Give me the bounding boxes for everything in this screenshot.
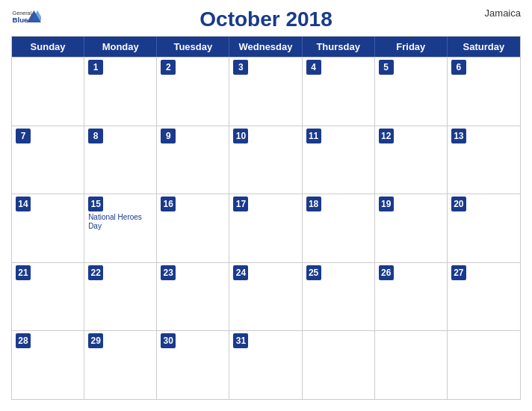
day-cell[interactable]: [448, 331, 520, 399]
week-row-4: 21222324252627: [12, 262, 520, 331]
header-tuesday: Tuesday: [157, 37, 229, 57]
calendar-body: 123456789101112131415National Heroes Day…: [12, 57, 520, 399]
day-cell[interactable]: 10: [229, 126, 302, 194]
day-cell[interactable]: [375, 331, 448, 399]
day-number: 23: [161, 265, 176, 280]
day-cell[interactable]: 9: [157, 126, 229, 194]
day-number: 12: [379, 129, 394, 143]
day-cell[interactable]: 15National Heroes Day: [84, 194, 157, 262]
day-number-empty: [379, 333, 394, 348]
day-cell[interactable]: 22: [84, 263, 157, 331]
day-number: 6: [451, 60, 466, 75]
day-number: 1: [88, 60, 103, 75]
day-cell[interactable]: 26: [375, 263, 448, 331]
day-cell[interactable]: 16: [157, 194, 229, 262]
day-cell[interactable]: 12: [375, 126, 448, 194]
calendar: Sunday Monday Tuesday Wednesday Thursday…: [11, 36, 521, 400]
day-cell[interactable]: 5: [375, 58, 448, 126]
day-number: 17: [233, 197, 248, 211]
day-cell[interactable]: 2: [157, 58, 229, 126]
day-cell[interactable]: 4: [303, 58, 375, 126]
day-number: 26: [379, 265, 394, 280]
day-number: 4: [306, 60, 321, 75]
day-cell[interactable]: 27: [448, 263, 520, 331]
day-number: 19: [379, 197, 394, 211]
week-row-3: 1415National Heroes Day1617181920: [12, 194, 520, 262]
day-number-empty: [306, 333, 321, 348]
day-number: 18: [306, 197, 321, 211]
day-cell[interactable]: 19: [375, 194, 448, 262]
day-cell[interactable]: 25: [303, 263, 375, 331]
day-cell[interactable]: 29: [84, 331, 157, 399]
day-number: 13: [451, 129, 466, 143]
day-number: 20: [451, 197, 466, 211]
day-number-empty: [451, 333, 466, 348]
country-label: Jamaica: [485, 7, 521, 19]
day-cell[interactable]: 11: [303, 126, 375, 194]
day-number: 30: [161, 333, 176, 348]
day-number: 16: [161, 197, 176, 211]
day-cell[interactable]: 3: [229, 58, 302, 126]
day-cell[interactable]: 28: [12, 331, 84, 399]
day-cell[interactable]: 6: [448, 58, 520, 126]
calendar-header: General Blue October 2018 Jamaica: [11, 7, 521, 31]
day-cell[interactable]: 31: [229, 331, 302, 399]
day-number: 9: [161, 129, 176, 143]
header-thursday: Thursday: [303, 37, 375, 57]
day-number: 15: [88, 197, 103, 211]
day-number: 21: [16, 265, 31, 280]
day-number: 27: [451, 265, 466, 280]
day-number: 8: [88, 129, 103, 143]
day-cell[interactable]: 18: [303, 194, 375, 262]
day-number: 10: [233, 129, 248, 143]
day-number: 3: [233, 60, 248, 75]
day-cell[interactable]: [12, 58, 84, 126]
day-cell[interactable]: 30: [157, 331, 229, 399]
day-number: 31: [233, 333, 248, 348]
day-number: 29: [88, 333, 103, 348]
day-number: 24: [233, 265, 248, 280]
day-number: 5: [379, 60, 394, 75]
day-cell[interactable]: 13: [448, 126, 520, 194]
holiday-label: National Heroes Day: [88, 213, 152, 231]
day-cell[interactable]: 14: [12, 194, 84, 262]
day-cell[interactable]: 24: [229, 263, 302, 331]
day-number: 28: [16, 333, 31, 348]
day-cell[interactable]: 8: [84, 126, 157, 194]
day-cell[interactable]: 23: [157, 263, 229, 331]
day-cell[interactable]: 1: [84, 58, 157, 126]
week-row-5: 28293031: [12, 330, 520, 399]
header-sunday: Sunday: [12, 37, 84, 57]
header-wednesday: Wednesday: [229, 37, 302, 57]
header-saturday: Saturday: [448, 37, 520, 57]
week-row-1: 123456: [12, 57, 520, 126]
header-monday: Monday: [84, 37, 157, 57]
day-number: 2: [161, 60, 176, 75]
day-cell[interactable]: 17: [229, 194, 302, 262]
month-title: October 2018: [200, 7, 332, 31]
day-number: 14: [16, 197, 31, 211]
day-number: 7: [16, 129, 31, 143]
svg-text:Blue: Blue: [13, 16, 28, 24]
day-cell[interactable]: 7: [12, 126, 84, 194]
day-headers-row: Sunday Monday Tuesday Wednesday Thursday…: [12, 37, 520, 57]
header-friday: Friday: [375, 37, 448, 57]
logo: General Blue: [11, 7, 41, 28]
day-number-empty: [16, 60, 31, 75]
week-row-2: 78910111213: [12, 126, 520, 194]
logo-icon: General Blue: [11, 7, 41, 28]
day-cell[interactable]: 20: [448, 194, 520, 262]
day-number: 11: [306, 129, 321, 143]
day-cell[interactable]: 21: [12, 263, 84, 331]
day-number: 25: [306, 265, 321, 280]
day-cell[interactable]: [303, 331, 375, 399]
day-number: 22: [88, 265, 103, 280]
